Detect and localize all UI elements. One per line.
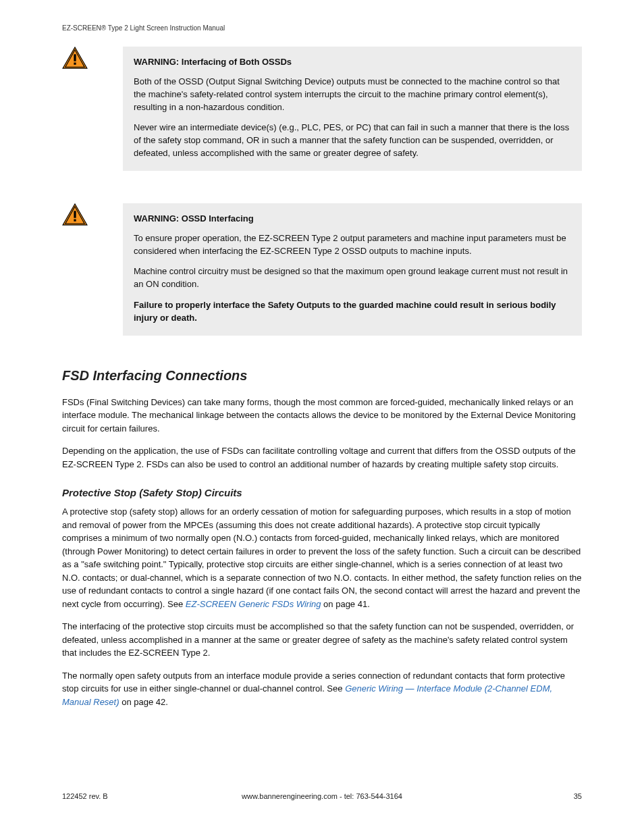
warning-icon-column	[62, 47, 123, 72]
warning-title: WARNING: OSSD Interfacing	[134, 213, 571, 226]
warning-paragraph-bold: Failure to properly interface the Safety…	[134, 299, 571, 325]
warning-paragraph: Both of the OSSD (Output Signal Switchin…	[134, 76, 571, 114]
paragraph: A protective stop (safety stop) allows f…	[62, 505, 582, 610]
svg-rect-3	[74, 63, 76, 65]
warning-paragraph: Never wire an intermediate device(s) (e.…	[134, 122, 571, 160]
warning-paragraph: Machine control circuitry must be design…	[134, 265, 571, 291]
sub-heading-protective-stop: Protective Stop (Safety Stop) Circuits	[62, 487, 582, 498]
section-heading-fsd: FSD Interfacing Connections	[62, 368, 582, 384]
text-span: on page 42.	[119, 697, 168, 707]
warning-icon	[62, 203, 88, 226]
running-header: EZ-SCREEN® Type 2 Light Screen Instructi…	[62, 24, 582, 32]
page-footer: 122452 rev. B www.bannerengineering.com …	[62, 792, 582, 800]
paragraph: The interfacing of the protective stop c…	[62, 620, 582, 660]
paragraph: Depending on the application, the use of…	[62, 444, 582, 471]
warning-block-ossd-both: WARNING: Interfacing of Both OSSDs Both …	[62, 47, 582, 171]
paragraph: The normally open safety outputs from an…	[62, 669, 582, 709]
text-span: on page 41.	[321, 599, 370, 609]
warning-title: WARNING: Interfacing of Both OSSDs	[134, 56, 571, 69]
paragraph: FSDs (Final Switching Devices) can take …	[62, 396, 582, 436]
warning-icon-column	[62, 203, 123, 229]
svg-rect-7	[74, 219, 76, 221]
body-text: FSDs (Final Switching Devices) can take …	[62, 396, 582, 471]
warning-icon	[62, 47, 88, 70]
warning-block-ossd-interfacing: WARNING: OSSD Interfacing To ensure prop…	[62, 203, 582, 336]
footer-contact: www.bannerengineering.com - tel: 763-544…	[62, 792, 582, 800]
text-span: A protective stop (safety stop) allows f…	[62, 506, 582, 609]
warning-paragraph: To ensure proper operation, the EZ-SCREE…	[134, 232, 571, 258]
body-text: A protective stop (safety stop) allows f…	[62, 505, 582, 708]
warning-body: WARNING: Interfacing of Both OSSDs Both …	[123, 47, 582, 171]
warning-body: WARNING: OSSD Interfacing To ensure prop…	[123, 203, 582, 336]
svg-rect-6	[74, 211, 76, 217]
svg-rect-2	[74, 54, 76, 61]
link-generic-fsds-wiring[interactable]: EZ-SCREEN Generic FSDs Wiring	[186, 599, 321, 609]
